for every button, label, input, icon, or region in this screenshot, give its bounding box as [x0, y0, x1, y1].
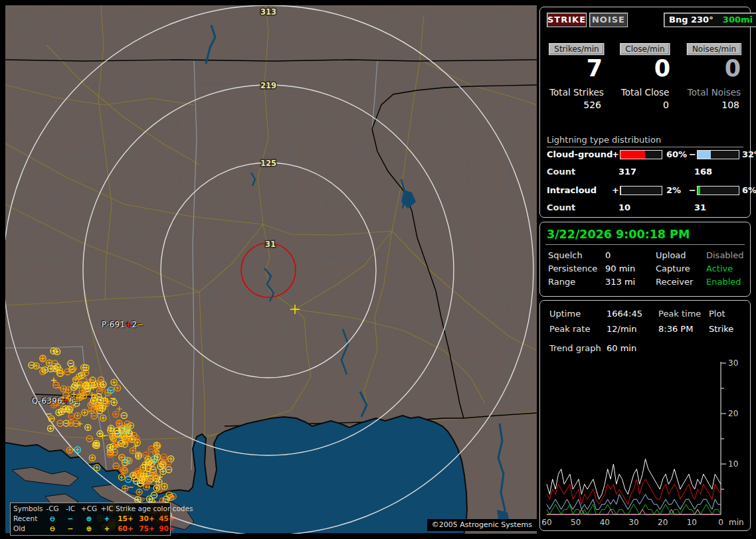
- noises-per-min-button[interactable]: Noises/min: [687, 43, 741, 55]
- total-strikes-label: Total Strikes: [545, 87, 608, 98]
- neg-ic-recent-icon: −: [62, 514, 78, 523]
- trend-panel: Uptime 1664:45 Peak time Plot Peak rate …: [539, 300, 751, 531]
- strikes-column: Strikes/min 7 Total Strikes 526: [545, 7, 608, 114]
- ic-plus-count: 10: [618, 202, 630, 212]
- close-column: Close/min 0 Total Close 0: [614, 7, 676, 114]
- legend-col-neg-ic: -IC: [62, 504, 78, 513]
- legend-recent-label: Recent: [13, 514, 44, 523]
- ic-minus-bar: [697, 186, 739, 195]
- cg-minus-count: 168: [694, 167, 712, 177]
- ring-label-219: 219: [260, 81, 276, 90]
- peak-rate-label: Peak rate: [549, 324, 590, 334]
- upload-status: Disabled: [706, 250, 743, 260]
- age-90: 90+: [158, 524, 175, 533]
- legend-col-pos-cg: +CG: [80, 504, 98, 513]
- cg-plus-count: 317: [618, 167, 636, 177]
- squelch-label: Squelch: [548, 250, 583, 260]
- close-per-min-value: 0: [654, 55, 670, 82]
- peak-rate-value: 12/min: [607, 324, 636, 334]
- peak-time-value: 8:36 PM: [658, 324, 693, 334]
- legend-age-header: Strike age color codes: [116, 504, 169, 513]
- noises-column: Noises/min 0 Total Noises 108: [682, 7, 746, 114]
- trend-window-value: 60 min: [607, 343, 636, 353]
- storm-cell-label: Q-6396+5−: [32, 396, 81, 406]
- uptime-value: 1664:45: [607, 309, 642, 319]
- svg-text:30: 30: [728, 358, 738, 368]
- datetime-display: 3/22/2026 9:00:18 PM: [547, 228, 690, 241]
- persistence-value: 90 min: [605, 264, 635, 273]
- lightning-map[interactable]: 313 219 125 31 P-691+2− Q-6396+5− Symbol…: [5, 5, 537, 534]
- trend-graph: 1020306050403020100min: [541, 356, 750, 529]
- ring-label-31: 31: [265, 240, 276, 249]
- cloud-ground-row: Cloud-ground + 60% − 32%: [540, 149, 751, 160]
- range-value: 313 mi: [605, 277, 635, 287]
- age-30: 30+: [138, 514, 155, 523]
- peak-time-label: Peak time: [658, 309, 701, 319]
- strike-stats-panel: STRIKE NOISE Bng 230° 300mi Strikes/min …: [539, 7, 751, 218]
- ring-label-125: 125: [260, 159, 276, 168]
- neg-cg-recent-icon: ⊖: [44, 514, 61, 523]
- ic-minus-pct: 6%: [742, 185, 756, 195]
- total-close-label: Total Close: [614, 87, 676, 98]
- age-60: 60+: [117, 524, 134, 533]
- svg-text:min: min: [729, 518, 744, 527]
- legend-col-neg-cg: -CG: [44, 504, 61, 513]
- svg-text:10: 10: [687, 518, 697, 527]
- plus-sign: +: [612, 185, 619, 195]
- strike-legend: Symbols -CG -IC +CG +IC Strike age color…: [10, 502, 171, 536]
- svg-text:20: 20: [728, 409, 738, 418]
- pos-ic-recent-icon: +: [100, 514, 114, 523]
- svg-text:50: 50: [571, 518, 581, 527]
- close-per-min-button[interactable]: Close/min: [620, 43, 670, 55]
- capture-status: Active: [706, 264, 733, 273]
- cg-minus-pct: 32%: [742, 149, 756, 159]
- ic-minus-count: 31: [694, 202, 706, 212]
- total-close-value: 0: [663, 100, 669, 110]
- copyright-notice: ©2005 Astrogenic Systems: [427, 519, 537, 531]
- cg-plus-bar: [620, 150, 662, 159]
- plot-label: Plot: [709, 309, 725, 319]
- strikes-per-min-value: 7: [587, 55, 603, 82]
- squelch-value: 0: [605, 250, 611, 260]
- pos-ic-old-icon: +: [100, 524, 114, 533]
- neg-cg-old-icon: ⊖: [44, 524, 61, 533]
- map-canvas: 313 219 125 31: [5, 5, 537, 534]
- legend-old-label: Old: [13, 524, 44, 533]
- pos-cg-recent-icon: ⊕: [80, 514, 98, 523]
- ring-label-313: 313: [260, 7, 276, 17]
- upload-label: Upload: [656, 250, 686, 260]
- plot-mode-value: Strike: [709, 324, 733, 334]
- ic-plus-pct: 2%: [666, 185, 681, 195]
- svg-text:0: 0: [718, 518, 723, 527]
- noises-per-min-value: 0: [725, 55, 741, 82]
- uptime-label: Uptime: [549, 309, 581, 319]
- persistence-label: Persistence: [548, 264, 597, 273]
- svg-text:10: 10: [728, 459, 738, 469]
- age-75: 75+: [138, 524, 155, 533]
- cloud-ground-label: Cloud-ground: [547, 149, 613, 159]
- total-strikes-value: 526: [583, 100, 601, 110]
- strikes-per-min-button[interactable]: Strikes/min: [549, 43, 604, 55]
- intracloud-label: Intracloud: [547, 185, 597, 195]
- capture-label: Capture: [656, 264, 690, 273]
- divider: [545, 244, 745, 245]
- minus-sign: −: [689, 149, 696, 159]
- receiver-status: Enabled: [706, 277, 741, 287]
- distribution-title: Lightning type distribution: [547, 135, 743, 147]
- range-label: Range: [548, 277, 575, 287]
- receiver-label: Receiver: [656, 277, 693, 287]
- minus-sign: −: [689, 185, 696, 195]
- intracloud-row: Intracloud + 2% − 6%: [540, 185, 751, 196]
- age-15: 15+: [117, 514, 134, 523]
- status-panel: 3/22/2026 9:00:18 PM Squelch 0 Upload Di…: [539, 222, 751, 297]
- age-45: 45+: [158, 514, 175, 523]
- cg-minus-bar: [697, 150, 739, 159]
- legend-col-pos-ic: +IC: [100, 504, 114, 513]
- trend-graph-label: Trend graph: [549, 343, 601, 353]
- ic-plus-bar: [620, 186, 662, 195]
- legend-symbols-header: Symbols: [13, 504, 44, 513]
- total-noises-value: 108: [721, 100, 739, 110]
- plus-sign: +: [612, 149, 619, 159]
- svg-text:40: 40: [600, 518, 610, 527]
- neg-ic-old-icon: −: [62, 524, 78, 533]
